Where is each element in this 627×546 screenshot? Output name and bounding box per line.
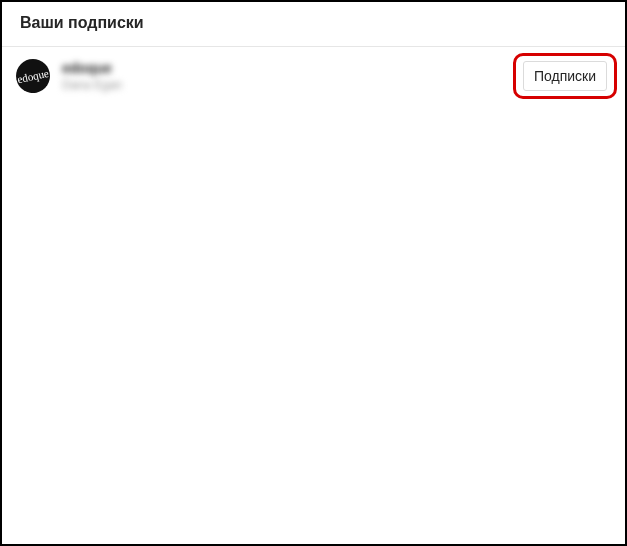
- subscriptions-dialog: Ваши подписки edoque edoque Dana Egan По…: [2, 2, 625, 544]
- action-wrap: Подписки: [519, 57, 611, 95]
- subscriptions-list[interactable]: edoque edoque Dana Egan Подписки: [2, 47, 625, 544]
- user-text-block: edoque Dana Egan: [62, 60, 507, 92]
- user-subtext: Dana Egan: [62, 78, 507, 92]
- username[interactable]: edoque: [62, 60, 507, 76]
- dialog-header: Ваши подписки: [2, 2, 625, 47]
- list-item: edoque edoque Dana Egan Подписки: [2, 47, 625, 105]
- dialog-title: Ваши подписки: [20, 14, 607, 32]
- avatar[interactable]: edoque: [13, 56, 53, 96]
- following-button[interactable]: Подписки: [523, 61, 607, 91]
